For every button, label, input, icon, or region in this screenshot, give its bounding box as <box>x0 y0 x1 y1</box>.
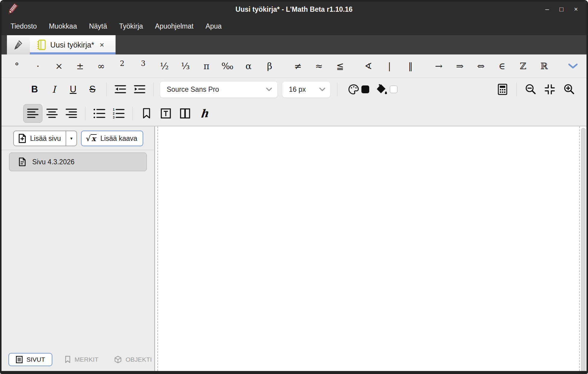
dropdown-arrow-icon: ▾ <box>70 136 73 141</box>
sidebar-tabs: SIVUT MERKIT OBJEKTI <box>8 353 154 366</box>
menu-apua[interactable]: Apua <box>206 22 222 30</box>
chevron-down-icon <box>319 88 325 91</box>
add-formula-button[interactable]: √x Lisää kaava <box>81 131 143 146</box>
freehand-draw-button[interactable]: ℎ <box>195 104 214 123</box>
symbol-reals[interactable]: ℝ <box>534 61 555 71</box>
vertical-scrollbar[interactable] <box>581 128 586 371</box>
add-page-button[interactable]: Lisää sivu <box>14 131 66 146</box>
symbol-vertical-bar[interactable]: | <box>379 61 400 71</box>
bookmark-button[interactable] <box>137 104 156 123</box>
menu-tiedosto[interactable]: Tiedosto <box>11 22 37 30</box>
strikethrough-button[interactable]: S <box>83 80 102 99</box>
menu-tyokirja[interactable]: Työkirja <box>119 22 143 30</box>
tab-bar: Uusi työkirja* × <box>2 35 586 54</box>
font-size-select[interactable]: 16 px <box>282 81 330 98</box>
symbol-implies[interactable]: ⇒ <box>449 61 470 71</box>
symbol-degree[interactable]: ° <box>6 61 27 71</box>
page-icon <box>18 157 26 166</box>
align-left-button[interactable] <box>23 104 42 123</box>
symbol-superscript-3[interactable]: 3 <box>133 59 154 68</box>
fill-color-button[interactable] <box>376 84 398 95</box>
format-toolbar-row1: B I U S Source Sans Pro <box>2 78 586 101</box>
pages-sidebar: Lisää sivu ▾ √x Lisää kaava <box>2 126 155 371</box>
symbol-alpha[interactable]: α <box>238 61 259 71</box>
window-title: Uusi työkirja* - L'Math Beta r1.10.16 <box>2 5 586 14</box>
minimize-button[interactable]: – <box>542 4 552 14</box>
text-box-button[interactable] <box>156 104 175 123</box>
app-window: Uusi työkirja* - L'Math Beta r1.10.16 – … <box>0 0 588 374</box>
chevron-down-icon <box>568 63 578 69</box>
text-color-button[interactable] <box>348 84 369 94</box>
page-list: Sivu 4.3.2026 <box>2 150 154 171</box>
tab-uusi-tyokirja[interactable]: Uusi työkirja* × <box>30 35 116 54</box>
page-list-item-selected[interactable]: Sivu 4.3.2026 <box>9 153 147 171</box>
font-family-select[interactable]: Source Sans Pro <box>160 81 278 98</box>
workbook-icon <box>36 39 46 50</box>
symbol-equivalent[interactable]: ⇔ <box>470 61 491 71</box>
numbered-list-icon: 123 <box>113 108 125 119</box>
symbol-approximately[interactable]: ≈ <box>308 61 330 71</box>
maximize-button[interactable]: □ <box>556 4 567 14</box>
symbol-pi[interactable]: π <box>196 61 217 71</box>
numbered-list-button[interactable]: 123 <box>109 104 128 123</box>
align-left-icon <box>27 108 39 119</box>
pen-mode-button[interactable] <box>7 35 30 54</box>
expand-symbols-button[interactable] <box>568 63 578 69</box>
bullet-list-button[interactable] <box>90 104 109 123</box>
menu-apuohjelmat[interactable]: Apuohjelmat <box>155 22 193 30</box>
sidebar-tab-merkit[interactable]: MERKIT <box>61 356 102 363</box>
text-box-icon <box>160 108 171 119</box>
menu-muokkaa[interactable]: Muokkaa <box>49 22 77 30</box>
fit-view-button[interactable] <box>540 80 559 99</box>
italic-button[interactable]: I <box>44 80 63 99</box>
symbol-infinity[interactable]: ∞ <box>91 61 112 71</box>
outdent-button[interactable] <box>111 80 130 99</box>
align-right-button[interactable] <box>62 104 81 123</box>
sidebar-tab-sivut[interactable]: SIVUT <box>8 353 52 366</box>
columns-button[interactable] <box>175 104 195 123</box>
symbol-plus-minus[interactable]: ± <box>70 61 91 71</box>
symbol-parallel[interactable]: ‖ <box>400 61 421 71</box>
sidebar-tab-label: OBJEKTI <box>125 356 152 363</box>
bold-button[interactable]: B <box>25 80 44 99</box>
symbol-angle[interactable]: ∢ <box>358 61 379 71</box>
sidebar-tab-objekti[interactable]: OBJEKTI <box>110 356 156 363</box>
tab-label: Uusi työkirja* <box>50 41 94 49</box>
zoom-in-button[interactable] <box>559 80 579 99</box>
align-center-button[interactable] <box>42 104 62 123</box>
sqrt-x-icon: √x <box>86 134 97 143</box>
page-plus-icon <box>18 134 26 143</box>
calculator-button[interactable] <box>493 80 512 99</box>
symbol-arrow-right[interactable]: → <box>428 61 449 71</box>
underline-button[interactable]: U <box>63 80 83 99</box>
page-item-label: Sivu 4.3.2026 <box>32 158 75 166</box>
add-page-split-button: Lisää sivu ▾ <box>13 131 77 146</box>
zoom-out-button[interactable] <box>521 80 540 99</box>
symbol-times[interactable]: × <box>48 61 70 71</box>
zoom-out-icon <box>525 84 536 95</box>
indent-icon <box>134 85 145 94</box>
tab-close-icon[interactable]: × <box>100 40 104 50</box>
title-bar: Uusi työkirja* - L'Math Beta r1.10.16 – … <box>2 2 586 17</box>
close-button[interactable]: × <box>571 4 581 14</box>
indent-button[interactable] <box>130 80 149 99</box>
symbol-per-mille[interactable]: ‰ <box>217 61 238 71</box>
symbol-beta[interactable]: β <box>259 61 280 71</box>
add-page-dropdown-button[interactable]: ▾ <box>66 131 76 146</box>
symbol-not-equal[interactable]: ≠ <box>287 61 308 71</box>
symbol-one-half[interactable]: ½ <box>154 61 175 71</box>
symbol-element-of[interactable]: ∈ <box>491 61 512 71</box>
menu-nayta[interactable]: Näytä <box>89 22 107 30</box>
separator <box>132 107 133 120</box>
symbol-less-or-equal[interactable]: ≦ <box>330 61 351 71</box>
symbol-middle-dot[interactable]: · <box>27 61 48 71</box>
italic-icon: I <box>52 84 56 95</box>
symbol-superscript-2[interactable]: 2 <box>112 59 133 68</box>
symbol-integers[interactable]: ℤ <box>512 61 534 71</box>
outdent-icon <box>115 85 126 94</box>
symbol-one-third[interactable]: ⅓ <box>175 61 196 71</box>
svg-text:2: 2 <box>113 112 115 115</box>
separator <box>153 82 154 96</box>
workbook-page-canvas[interactable] <box>155 126 586 371</box>
svg-text:1: 1 <box>113 108 115 111</box>
